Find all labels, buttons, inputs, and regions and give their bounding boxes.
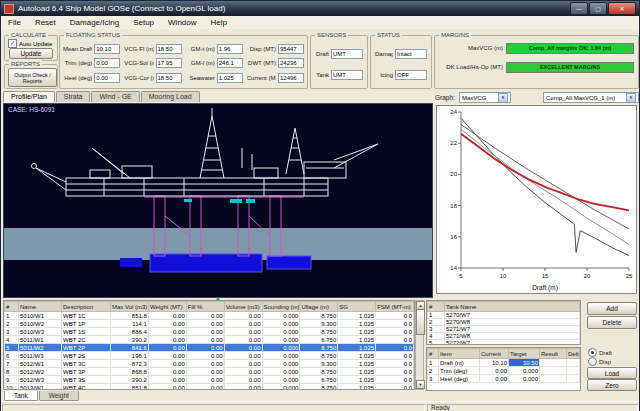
- column-header[interactable]: #: [5, 302, 19, 312]
- update-button[interactable]: Update: [9, 48, 53, 59]
- column-header[interactable]: Weight (MT): [148, 302, 186, 312]
- column-header[interactable]: Delta: [567, 349, 580, 359]
- table-row[interactable]: 15010/W1WBT 1C851.80.000.000.000.0008.75…: [5, 312, 414, 320]
- menu-item-damage-icing[interactable]: Damage/Icing: [63, 16, 126, 29]
- menu-item-setup[interactable]: Setup: [126, 16, 161, 29]
- svg-text:5: 5: [459, 273, 463, 279]
- column-header[interactable]: #: [428, 349, 439, 359]
- column-header[interactable]: Name: [19, 302, 62, 312]
- table-cell: 8.750: [300, 384, 338, 391]
- field-value[interactable]: 0.00: [94, 73, 120, 83]
- column-header[interactable]: Sounding (m): [262, 302, 300, 312]
- table-row[interactable]: 15270/W7: [428, 312, 580, 319]
- table-row[interactable]: 45271/W8: [428, 333, 580, 340]
- field-value[interactable]: 1.025: [217, 73, 243, 83]
- sheet-tab-tank[interactable]: Tank: [4, 391, 38, 401]
- column-header[interactable]: #: [428, 302, 445, 312]
- tab-wind-ge[interactable]: Wind - GE: [91, 91, 139, 102]
- table-row[interactable]: 105013/W1WBT 4C851.80.000.000.000.0008.7…: [5, 384, 414, 391]
- delete-button[interactable]: Delete: [587, 316, 637, 329]
- table-cell: 1.025: [338, 312, 376, 320]
- menu-item-reset[interactable]: Reset: [28, 16, 63, 29]
- field-value[interactable]: 17.95: [156, 58, 182, 68]
- close-button[interactable]: ✕: [608, 2, 636, 15]
- table-row[interactable]: 65011/W3WBT 2S196.10.000.000.000.0008.75…: [5, 352, 414, 360]
- column-header[interactable]: Max Vol (m3): [111, 302, 149, 312]
- column-header[interactable]: Target: [509, 349, 540, 359]
- field-value[interactable]: UMT: [331, 70, 363, 80]
- table-row[interactable]: 25010/W2WBT 1P114.10.000.000.000.0009.30…: [5, 320, 414, 328]
- table-row[interactable]: 3Heel (deg)0.000.000: [428, 375, 580, 383]
- table-cell: 0.0: [376, 328, 414, 336]
- output-check-reports-button[interactable]: Output Check / Reports: [8, 68, 57, 87]
- table-row[interactable]: 75012/W1WBT 3C872.30.000.000.000.0009.30…: [5, 360, 414, 368]
- table-cell: WBT 3P: [62, 368, 111, 376]
- field-value[interactable]: 24236: [278, 58, 304, 68]
- chevron-down-icon[interactable]: ▼: [498, 93, 508, 103]
- table-row[interactable]: 95012/W3WBT 3S390.20.000.000.000.0006.75…: [5, 376, 414, 384]
- series-combobox[interactable]: Comp_All MaxVCG_1 (m) ▼: [543, 92, 639, 103]
- load-button[interactable]: Load: [587, 367, 637, 379]
- field-value[interactable]: 1.96: [217, 44, 243, 54]
- radio-draft[interactable]: [588, 348, 597, 357]
- field-heel-deg: Heel (deg)0.00: [63, 71, 120, 85]
- table-row[interactable]: 1Draft (m)10.1010.50: [428, 359, 580, 367]
- tank-table-scrollbar[interactable]: ▲ ▼: [415, 300, 424, 390]
- column-header[interactable]: Tank Name: [445, 302, 580, 312]
- field-value[interactable]: Intact: [395, 49, 427, 59]
- table-cell: 10.10: [480, 359, 509, 367]
- field-value[interactable]: 0.00: [94, 58, 120, 68]
- field-value[interactable]: 246.1: [217, 58, 243, 68]
- auto-update-checkbox[interactable]: ✓: [8, 39, 17, 48]
- status-bar: Ready: [1, 401, 639, 411]
- table-row[interactable]: 25270/W8: [428, 319, 580, 326]
- maximize-button[interactable]: ▢: [589, 2, 607, 15]
- platform-drawing: [4, 104, 432, 297]
- sheet-tab-weight[interactable]: Weight: [39, 391, 79, 401]
- column-header[interactable]: Description: [62, 302, 111, 312]
- tab-profile-plan[interactable]: Profile/Plan: [3, 91, 55, 102]
- menu-item-file[interactable]: File: [1, 16, 28, 29]
- field-value[interactable]: 95447: [278, 44, 304, 54]
- graph-type-combobox[interactable]: MaxVCG ▼: [459, 92, 511, 103]
- column-header[interactable]: Current: [480, 349, 509, 359]
- field-value[interactable]: 12496: [278, 73, 304, 83]
- menu-item-window[interactable]: Window: [161, 16, 203, 29]
- column-header[interactable]: Fill %: [186, 302, 224, 312]
- table-row[interactable]: 55272/W7: [428, 340, 580, 346]
- table-row[interactable]: 45011/W1WBT 2C390.20.000.000.000.0006.75…: [5, 336, 414, 344]
- field-value[interactable]: UMT: [331, 49, 363, 59]
- table-cell: 1: [428, 312, 445, 319]
- scrollbar-thumb[interactable]: [416, 309, 425, 335]
- status-group: STATUS DamageIntactIcingOFF: [370, 35, 432, 89]
- table-row[interactable]: 55011/W2WBT 2P841.60.000.000.000.0008.75…: [5, 344, 414, 352]
- table-row[interactable]: 35010/W3WBT 1S886.40.000.000.000.0008.75…: [5, 328, 414, 336]
- minimize-button[interactable]: —: [570, 2, 588, 15]
- table-row[interactable]: 85012/W2WBT 3P868.80.000.000.000.0008.75…: [5, 368, 414, 376]
- menu-item-help[interactable]: Help: [204, 16, 234, 29]
- radio-disp[interactable]: [588, 357, 597, 366]
- add-button[interactable]: Add: [587, 302, 637, 315]
- field-value[interactable]: 18.50: [156, 44, 182, 54]
- tab-mooring-load[interactable]: Mooring Load: [141, 91, 200, 102]
- table-cell: 1.025: [338, 368, 376, 376]
- profile-view-canvas[interactable]: CASE: HS-6091: [3, 103, 433, 298]
- column-header[interactable]: FSM (MT-m): [376, 302, 414, 312]
- zero-button[interactable]: Zero: [587, 379, 637, 391]
- table-row[interactable]: 35271/W7: [428, 326, 580, 333]
- table-row[interactable]: 2Trim (deg)0.000.000: [428, 367, 580, 375]
- column-header[interactable]: Result: [540, 349, 567, 359]
- column-header[interactable]: SG: [338, 302, 376, 312]
- scroll-down-icon[interactable]: ▼: [416, 380, 425, 389]
- column-header[interactable]: Item: [439, 349, 480, 359]
- tab-strata[interactable]: Strata: [56, 91, 91, 102]
- chevron-down-icon[interactable]: ▼: [626, 93, 636, 103]
- field-label: VCG-Sol (m): [124, 60, 153, 66]
- table-cell: 1: [5, 312, 19, 320]
- field-value[interactable]: 10.10: [94, 44, 120, 54]
- column-header[interactable]: Ullage (m): [300, 302, 338, 312]
- field-value[interactable]: 18.50: [156, 73, 182, 83]
- column-header[interactable]: Volume (m3): [224, 302, 262, 312]
- table-cell: 0.00: [186, 344, 224, 352]
- field-value[interactable]: OFF: [395, 70, 427, 80]
